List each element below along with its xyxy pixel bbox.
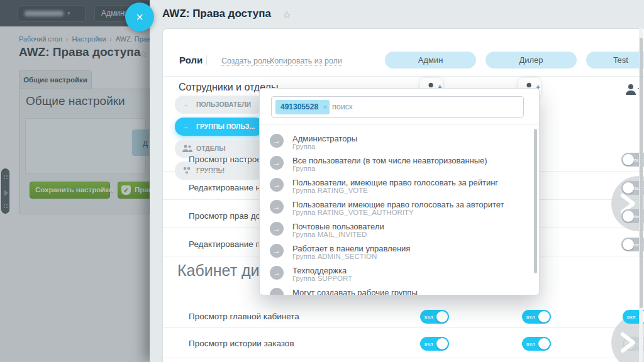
search-placeholder: поиск <box>332 102 352 111</box>
list-item[interactable]: → Почтовые пользователи Группа MAIL_INVI… <box>260 222 530 244</box>
list-arrow-icon: → <box>270 178 284 192</box>
dealer-toggle-on[interactable]: вкл <box>522 337 551 351</box>
search-input[interactable]: 491305528× поиск <box>271 96 524 118</box>
list-item[interactable]: → Все пользователи (в том числе неавтори… <box>260 156 530 178</box>
list-arrow-icon: → <box>270 156 284 170</box>
list-arrow-icon: → <box>270 288 284 295</box>
divider <box>163 76 644 77</box>
screen: ▾ Администратор Рабочий стол›Настройки›A… <box>0 0 644 362</box>
list-arrow-icon: → <box>270 244 284 258</box>
list-item[interactable]: → Работает в панели управления Группа AD… <box>260 244 530 266</box>
role-button-dealer[interactable]: Дилер <box>486 52 577 69</box>
tab-users[interactable]: →ПОЛЬЗОВАТЕЛИ <box>175 96 264 114</box>
arrow-right-icon: → <box>182 96 194 114</box>
dealer-row-label: Просмотр истории заказов <box>189 339 294 348</box>
user-groups-dropdown: 491305528× поиск → Администраторы Группа… <box>259 88 540 295</box>
close-button[interactable]: × <box>125 3 154 31</box>
divider <box>163 327 644 328</box>
favorite-star-icon[interactable]: ☆ <box>282 9 291 21</box>
list-arrow-icon: → <box>270 200 284 214</box>
divider <box>260 124 540 125</box>
dealer-toggle-on[interactable]: вкл <box>420 337 449 351</box>
list-arrow-icon: → <box>270 134 284 148</box>
dealer-toggle-on[interactable]: вкл <box>420 310 449 324</box>
slideover-panel: AWZ: Права доступа ☆ Роли Создать роль К… <box>150 0 644 362</box>
role-button-test[interactable]: Test <box>586 52 644 69</box>
list-arrow-icon: → <box>270 266 284 280</box>
role-button-admin[interactable]: Админ <box>385 52 476 69</box>
dropdown-scrollbar-thumb[interactable] <box>534 129 537 273</box>
chevron-right-icon <box>619 331 636 354</box>
copy-role-link[interactable]: Копировать из роли <box>270 57 342 66</box>
panel-title: AWZ: Права доступа <box>162 8 271 20</box>
list-arrow-icon: → <box>270 222 284 236</box>
arrow-right-icon: → <box>182 118 194 136</box>
scrollbar-thumb[interactable] <box>640 38 643 308</box>
panel-scrollbar <box>639 28 643 362</box>
list-item[interactable]: → Техподдержка Группа SUPPORT <box>260 266 530 288</box>
dim-overlay <box>0 0 150 362</box>
close-icon: × <box>136 10 143 24</box>
list-item[interactable]: → Администраторы Группа <box>260 134 530 156</box>
list-item[interactable]: → Пользователи, имеющие право голосовать… <box>260 178 530 200</box>
dealer-toggle-on[interactable]: вкл <box>522 310 551 324</box>
remove-tag-icon[interactable]: × <box>323 100 327 114</box>
divider <box>206 55 207 65</box>
permission-row-label: Просмотр настроек <box>189 155 265 164</box>
search-tag: 491305528× <box>275 100 330 114</box>
list-item[interactable]: → Могут создавать рабочие группы <box>260 288 530 295</box>
divider <box>163 358 644 358</box>
create-role-link[interactable]: Создать роль <box>221 57 270 66</box>
dealer-row-label: Просмотр главной кабинета <box>189 312 299 321</box>
tab-user-groups[interactable]: →ГРУППЫ ПОЛЬЗ... <box>175 118 264 136</box>
roles-label: Роли <box>179 55 203 65</box>
list-item[interactable]: → Пользователи имеющие право голосовать … <box>260 200 530 222</box>
